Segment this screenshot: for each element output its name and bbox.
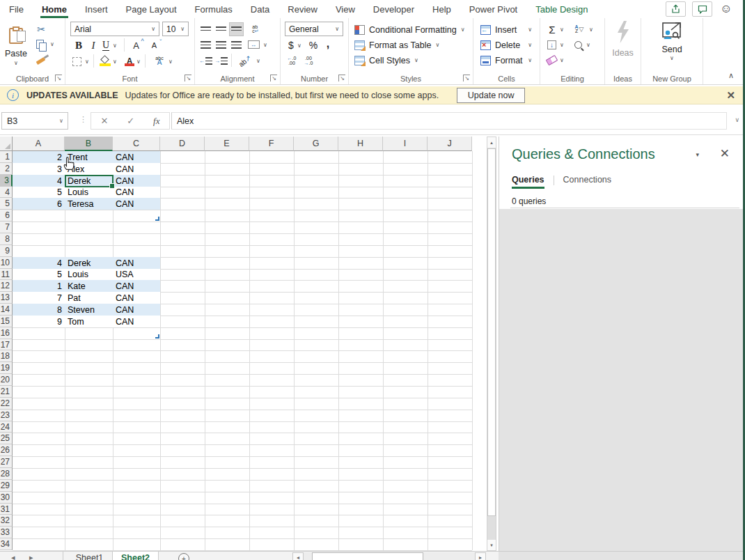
- clear-button[interactable]: [546, 54, 558, 65]
- row-header-15[interactable]: 15: [0, 316, 13, 327]
- insert-function-button[interactable]: fx: [153, 116, 159, 127]
- row-header-6[interactable]: 6: [0, 210, 13, 221]
- table-resize-handle[interactable]: [155, 334, 159, 339]
- format-painter-button[interactable]: [32, 54, 49, 67]
- cell-B5[interactable]: Teresa: [65, 198, 113, 210]
- cell-C1[interactable]: CAN: [113, 151, 160, 163]
- sheet-tab-sheet1[interactable]: Sheet1: [67, 552, 113, 560]
- cell-C5[interactable]: CAN: [113, 198, 160, 210]
- underline-dropdown[interactable]: ∨: [113, 43, 117, 49]
- cell-C13[interactable]: CAN: [113, 292, 160, 304]
- borders-button[interactable]: [71, 55, 83, 68]
- merge-dropdown[interactable]: ∨: [263, 42, 267, 48]
- row-header-26[interactable]: 26: [0, 444, 13, 456]
- column-header-B[interactable]: B: [65, 137, 113, 151]
- center-button[interactable]: [214, 38, 228, 52]
- cell-styles-button[interactable]: Cell Styles∨: [354, 54, 418, 68]
- insert-dropdown[interactable]: ∨: [528, 27, 532, 33]
- name-box[interactable]: B3 ∨: [1, 112, 68, 130]
- autosum-dropdown[interactable]: ∨: [560, 27, 564, 33]
- orientation-dropdown[interactable]: ∨: [256, 59, 260, 64]
- accounting-format-button[interactable]: $: [286, 38, 296, 52]
- cell-A10[interactable]: 4: [13, 257, 65, 269]
- row-header-8[interactable]: 8: [0, 233, 13, 245]
- increase-font-button[interactable]: A^: [131, 38, 146, 52]
- row-header-11[interactable]: 11: [0, 269, 13, 280]
- row-header-9[interactable]: 9: [0, 245, 13, 257]
- cell-A3[interactable]: 4: [13, 175, 65, 187]
- hscroll-right-icon[interactable]: ▸: [475, 552, 486, 560]
- row-header-1[interactable]: 1: [0, 151, 13, 163]
- collapse-ribbon-button[interactable]: ∧: [728, 71, 734, 80]
- cell-C14[interactable]: CAN: [113, 304, 160, 316]
- fill-color-dropdown[interactable]: ∨: [113, 59, 117, 65]
- row-header-20[interactable]: 20: [0, 374, 13, 386]
- cell-B12[interactable]: Kate: [65, 280, 113, 292]
- horizontal-scroll-thumb[interactable]: [312, 552, 423, 560]
- row-header-18[interactable]: 18: [0, 350, 13, 362]
- format-as-table-button[interactable]: Format as Table∨: [354, 38, 439, 52]
- row-header-21[interactable]: 21: [0, 386, 13, 398]
- phonetic-button[interactable]: abcA: [152, 54, 167, 68]
- row-header-14[interactable]: 14: [0, 304, 13, 316]
- decrease-font-button[interactable]: Aˇ: [149, 38, 164, 52]
- paste-dropdown[interactable]: ∨: [14, 61, 18, 66]
- column-header-I[interactable]: I: [383, 137, 428, 151]
- row-header-10[interactable]: 10: [0, 257, 13, 269]
- column-header-C[interactable]: C: [113, 137, 160, 151]
- sheet-nav-left-icon[interactable]: ◂: [11, 553, 15, 560]
- comma-style-button[interactable]: ,: [324, 37, 332, 51]
- increase-indent-button[interactable]: →: [214, 54, 228, 68]
- cell-B13[interactable]: Pat: [65, 292, 113, 304]
- row-header-28[interactable]: 28: [0, 468, 13, 480]
- row-header-19[interactable]: 19: [0, 362, 13, 374]
- font-color-button[interactable]: A: [124, 54, 135, 68]
- font-dialog-launcher[interactable]: ↘: [185, 75, 191, 81]
- tab-formulas[interactable]: Formulas: [186, 0, 242, 18]
- cell-A13[interactable]: 7: [13, 292, 65, 304]
- cell-A4[interactable]: 5: [13, 187, 65, 198]
- row-header-16[interactable]: 16: [0, 327, 13, 339]
- row-header-2[interactable]: 2: [0, 163, 13, 175]
- clear-dropdown[interactable]: ∨: [560, 58, 564, 63]
- sort-filter-button[interactable]: AZ▽: [571, 23, 588, 36]
- tab-power-pivot[interactable]: Power Pivot: [460, 0, 526, 18]
- phonetic-dropdown[interactable]: ∨: [168, 59, 173, 65]
- pane-options-dropdown[interactable]: ▾: [696, 152, 699, 158]
- cell-B10[interactable]: Derek: [65, 257, 113, 269]
- name-box-dropdown[interactable]: ∨: [55, 118, 68, 124]
- vertical-scrollbar[interactable]: ▴ ▾: [487, 137, 496, 551]
- send-dropdown[interactable]: ∨: [641, 56, 703, 61]
- autosum-button[interactable]: Σ: [546, 23, 558, 36]
- tab-review[interactable]: Review: [279, 0, 327, 18]
- row-header-7[interactable]: 7: [0, 221, 13, 233]
- new-sheet-button[interactable]: +: [178, 553, 189, 560]
- cell-A5[interactable]: 6: [13, 198, 65, 210]
- middle-align-button[interactable]: [214, 22, 228, 36]
- formula-bar-expand-icon[interactable]: ∨: [735, 116, 739, 123]
- column-header-J[interactable]: J: [428, 137, 472, 151]
- row-header-22[interactable]: 22: [0, 398, 13, 410]
- tab-file[interactable]: File: [0, 0, 33, 18]
- cell-A15[interactable]: 9: [13, 316, 65, 327]
- bottom-align-button[interactable]: [229, 22, 244, 36]
- tab-data[interactable]: Data: [242, 0, 279, 18]
- fill-handle[interactable]: [109, 183, 115, 189]
- row-header-4[interactable]: 4: [0, 187, 13, 198]
- merge-center-button[interactable]: ↔: [246, 38, 260, 52]
- cell-A1[interactable]: 2: [13, 151, 65, 163]
- cell-C12[interactable]: CAN: [113, 280, 160, 292]
- find-select-button[interactable]: [572, 38, 584, 51]
- sheet-tab-sheet2[interactable]: Sheet2: [113, 552, 159, 560]
- row-header-3[interactable]: 3: [0, 175, 13, 187]
- cell-C3[interactable]: CAN: [113, 175, 160, 187]
- sheet-nav-right-icon[interactable]: ▸: [29, 553, 33, 560]
- ideas-button[interactable]: Ideas: [605, 21, 641, 58]
- copy-button[interactable]: [32, 38, 47, 50]
- format-button[interactable]: Format∨: [480, 54, 532, 68]
- feedback-smiley-button[interactable]: ☺: [719, 2, 734, 16]
- select-all-corner[interactable]: [0, 137, 13, 151]
- font-color-dropdown[interactable]: ∨: [136, 59, 141, 65]
- formula-bar-grip[interactable]: ⋮: [79, 115, 87, 124]
- sort-filter-dropdown[interactable]: ∨: [589, 27, 593, 33]
